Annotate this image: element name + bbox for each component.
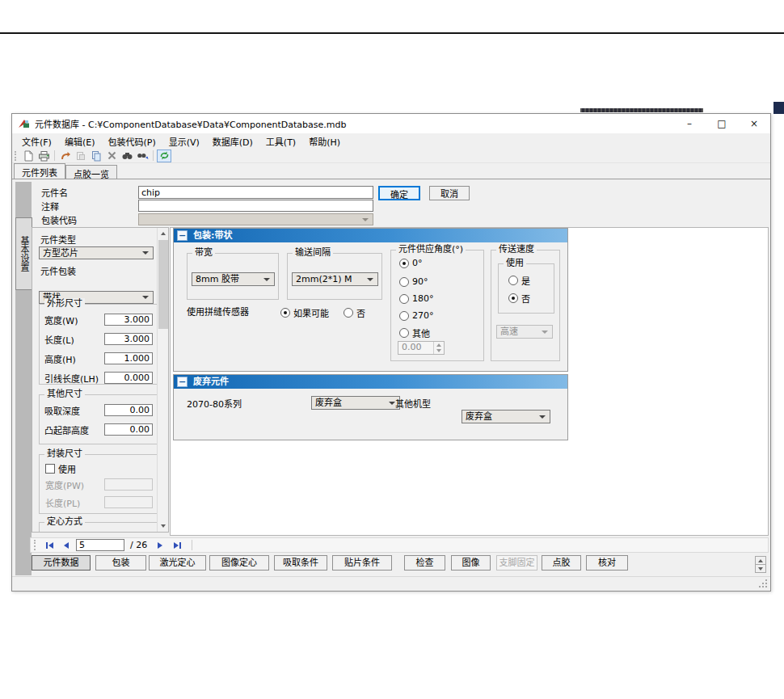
copy-disabled-icon[interactable]	[74, 149, 88, 162]
angle-other-radio[interactable]	[399, 328, 409, 338]
print-icon[interactable]	[36, 149, 51, 162]
length-input[interactable]	[104, 333, 153, 345]
previous-record-icon[interactable]	[59, 539, 74, 551]
centering-method-group: 定心方式 激光 图像	[39, 522, 158, 533]
bump-height-input[interactable]	[104, 423, 153, 436]
angle-270-label: 270°	[412, 310, 434, 321]
pickup-depth-input[interactable]	[104, 404, 153, 416]
background-window-corner	[773, 102, 784, 114]
splice-possible-option[interactable]: 如果可能	[280, 306, 329, 319]
undo-icon[interactable]	[58, 149, 73, 162]
angle-other-option[interactable]: 其他	[399, 326, 430, 339]
angle-90-radio[interactable]	[399, 277, 409, 287]
splice-no-option[interactable]: 否	[344, 306, 365, 319]
component-name-input[interactable]	[138, 186, 373, 199]
page-button-placement-conditions[interactable]: 贴片条件	[332, 555, 392, 571]
spin-up-icon[interactable]	[434, 342, 444, 348]
angle-180-option[interactable]: 180°	[399, 293, 434, 304]
menu-file[interactable]: 文件(F)	[15, 133, 58, 149]
collapse-icon[interactable]: −	[177, 230, 188, 241]
collapse-icon[interactable]: −	[177, 377, 188, 387]
menu-package-code[interactable]: 包装代码(P)	[101, 133, 162, 149]
page-button-verify[interactable]: 核对	[586, 555, 628, 571]
discard-section: 废弃元件 − 2070-80系列 废弃盒 其他机型 废弃盒	[173, 374, 568, 440]
scroll-up-icon[interactable]	[158, 228, 168, 239]
minimize-button[interactable]: –	[673, 114, 706, 133]
package-code-combo[interactable]	[138, 213, 373, 225]
scroll-buttons-down-icon[interactable]	[755, 564, 766, 573]
menu-view[interactable]: 显示(V)	[162, 133, 206, 149]
series-discard-combo[interactable]: 废弃盒	[311, 396, 400, 410]
tab-dispense-overview[interactable]: 点胶一览	[65, 165, 117, 179]
page-button-dispense[interactable]: 点胶	[542, 555, 581, 571]
component-type-combo[interactable]: 方型芯片	[39, 246, 154, 259]
next-record-icon[interactable]	[153, 539, 167, 551]
page-button-inspection[interactable]: 检查	[404, 555, 445, 571]
tape-width-title: 带宽	[192, 247, 215, 259]
page-button-pickup-conditions[interactable]: 吸取条件	[274, 555, 327, 571]
first-record-icon[interactable]	[42, 539, 57, 551]
speed-yes-radio[interactable]	[508, 276, 518, 285]
tab-component-list[interactable]: 元件列表	[14, 163, 65, 179]
speed-no-radio[interactable]	[508, 293, 518, 303]
laser-option[interactable]: 激光	[48, 531, 78, 533]
cancel-button[interactable]: 取消	[429, 186, 470, 200]
spin-down-icon[interactable]	[434, 348, 444, 355]
ok-button[interactable]: 确定	[378, 186, 420, 200]
menu-help[interactable]: 帮助(H)	[302, 133, 347, 149]
scrollbar-thumb[interactable]	[158, 240, 168, 329]
menu-tools[interactable]: 工具(T)	[259, 133, 302, 149]
page-button-packaging[interactable]: 包装	[95, 555, 146, 571]
angle-270-option[interactable]: 270°	[399, 310, 434, 321]
maximize-button[interactable]: □	[706, 114, 738, 133]
pw-input	[104, 478, 153, 491]
vision-option[interactable]: 图像	[101, 531, 132, 533]
other-model-label: 其他机型	[395, 398, 431, 411]
new-document-icon[interactable]	[21, 149, 36, 162]
other-model-discard-combo[interactable]: 废弃盒	[462, 410, 550, 423]
last-record-icon[interactable]	[170, 539, 184, 551]
feed-pitch-combo[interactable]: 2mm(2*1) M	[292, 272, 378, 286]
page-button-laser-centering[interactable]: 激光定心	[149, 555, 206, 571]
find-next-icon[interactable]	[135, 149, 150, 162]
page-button-component-data[interactable]: 元件数据	[32, 555, 91, 571]
package-dimensions-title: 封装尺寸	[44, 448, 85, 460]
page-button-image[interactable]: 图像	[451, 555, 491, 571]
find-icon[interactable]	[120, 149, 134, 162]
left-panel-scrollbar[interactable]	[157, 228, 168, 532]
height-input[interactable]	[104, 352, 153, 364]
package-use-checkbox[interactable]	[45, 464, 55, 474]
package-use-option[interactable]: 使用	[45, 462, 76, 475]
angle-180-radio[interactable]	[399, 294, 409, 304]
series-label: 2070-80系列	[187, 398, 242, 411]
scroll-down-icon[interactable]	[158, 520, 168, 532]
page-button-vision-centering[interactable]: 图像定心	[209, 555, 269, 571]
speed-yes-option[interactable]: 是	[508, 274, 530, 287]
navigator-grip[interactable]	[34, 540, 37, 550]
angle-0-radio[interactable]	[399, 259, 409, 268]
feed-pitch-title: 输送间隔	[293, 247, 333, 259]
paste-icon[interactable]	[89, 149, 103, 162]
splice-possible-radio[interactable]	[280, 308, 290, 318]
pw-label: 宽度(PW)	[45, 480, 84, 492]
lead-length-input[interactable]	[104, 372, 153, 384]
width-input[interactable]	[104, 314, 153, 326]
title-bar: 元件数据库 - C:¥ComponentDatabase¥Data¥Compon…	[12, 114, 770, 133]
angle-90-option[interactable]: 90°	[399, 276, 428, 287]
angle-0-option[interactable]: 0°	[399, 258, 423, 268]
comment-input[interactable]	[138, 200, 373, 212]
toolbar	[12, 149, 770, 163]
toolbar-grip[interactable]	[15, 151, 18, 161]
splice-no-radio[interactable]	[344, 308, 353, 318]
record-number-input[interactable]	[76, 539, 124, 551]
delete-icon[interactable]	[104, 149, 119, 162]
menu-edit[interactable]: 编辑(E)	[58, 133, 102, 149]
side-tab-basic-settings[interactable]: 基本设置	[15, 217, 32, 290]
menu-database[interactable]: 数据库(D)	[206, 133, 259, 149]
refresh-icon[interactable]	[157, 149, 171, 162]
angle-270-radio[interactable]	[399, 311, 409, 321]
tape-width-combo[interactable]: 8mm 胶带	[192, 272, 275, 286]
speed-no-option[interactable]: 否	[508, 292, 530, 305]
resize-grip[interactable]	[759, 579, 767, 587]
close-button[interactable]: ×	[738, 114, 770, 133]
